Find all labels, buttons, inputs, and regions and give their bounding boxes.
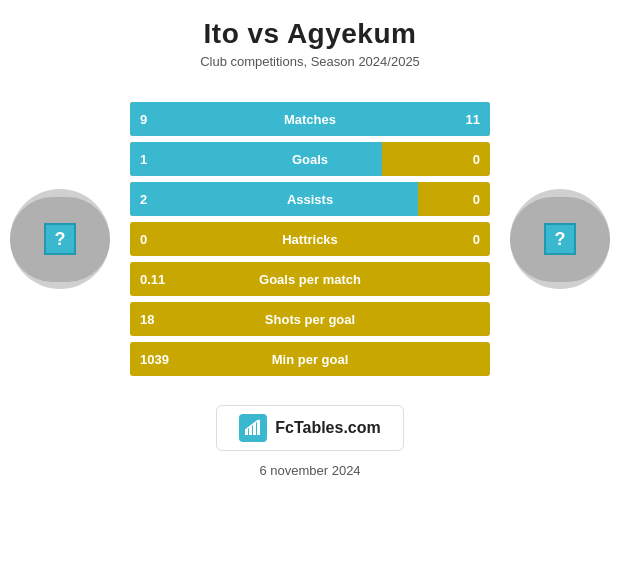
- stat-label-min_per_goal: Min per goal: [272, 352, 349, 367]
- stat-row-goals_per_match: 0.11Goals per match: [130, 262, 490, 296]
- stat-label-matches: Matches: [284, 112, 336, 127]
- stat-val-left-assists: 2: [140, 192, 147, 207]
- logo-section: FcTables.com: [216, 405, 404, 451]
- stat-val-right-hattricks: 0: [473, 232, 480, 247]
- svg-rect-2: [253, 423, 256, 435]
- player-avatar-left: ?: [10, 189, 110, 289]
- stat-val-left-hattricks: 0: [140, 232, 147, 247]
- page-title: Ito vs Agyekum: [200, 18, 420, 50]
- stat-val-right-assists: 0: [473, 192, 480, 207]
- stat-row-min_per_goal: 1039Min per goal: [130, 342, 490, 376]
- page-subtitle: Club competitions, Season 2024/2025: [200, 54, 420, 69]
- stat-val-min_per_goal: 1039: [140, 352, 169, 367]
- stat-val-left-matches: 9: [140, 112, 147, 127]
- stat-row-goals: 1Goals0: [130, 142, 490, 176]
- avatar-question-left: ?: [44, 223, 76, 255]
- stats-section: 9Matches111Goals02Assists00Hattricks00.1…: [130, 102, 490, 376]
- stat-val-right-goals: 0: [473, 152, 480, 167]
- logo-icon: [239, 414, 267, 442]
- footer-date: 6 november 2024: [259, 463, 360, 478]
- stat-val-right-matches: 11: [466, 112, 480, 127]
- stat-label-assists: Assists: [287, 192, 333, 207]
- header: Ito vs Agyekum Club competitions, Season…: [200, 0, 420, 75]
- svg-rect-3: [257, 420, 260, 435]
- stat-row-shots_per_goal: 18Shots per goal: [130, 302, 490, 336]
- avatar-question-right: ?: [544, 223, 576, 255]
- stat-val-left-goals: 1: [140, 152, 147, 167]
- stat-row-hattricks: 0Hattricks0: [130, 222, 490, 256]
- stat-label-goals: Goals: [292, 152, 328, 167]
- stat-label-shots_per_goal: Shots per goal: [265, 312, 355, 327]
- player-avatar-right: ?: [510, 189, 610, 289]
- page-wrapper: Ito vs Agyekum Club competitions, Season…: [0, 0, 620, 580]
- stat-label-goals_per_match: Goals per match: [259, 272, 361, 287]
- logo-text: FcTables.com: [275, 419, 381, 437]
- stat-val-goals_per_match: 0.11: [140, 272, 165, 287]
- logo-box: FcTables.com: [216, 405, 404, 451]
- stat-row-assists: 2Assists0: [130, 182, 490, 216]
- stat-val-shots_per_goal: 18: [140, 312, 154, 327]
- stat-row-matches: 9Matches11: [130, 102, 490, 136]
- svg-rect-0: [245, 429, 248, 435]
- avatar-circle-right: ?: [510, 197, 610, 282]
- stat-label-hattricks: Hattricks: [282, 232, 338, 247]
- main-content: ? 9Matches111Goals02Assists00Hattricks00…: [0, 89, 620, 389]
- avatar-circle-left: ?: [10, 197, 110, 282]
